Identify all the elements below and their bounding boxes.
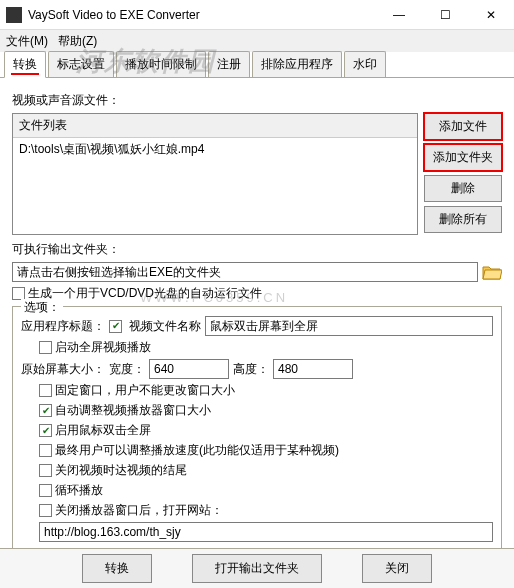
maximize-button[interactable]: ☐ [422, 0, 468, 30]
app-title-label: 应用程序标题： [21, 318, 105, 335]
tab-exclude[interactable]: 排除应用程序 [252, 51, 342, 77]
menu-file[interactable]: 文件(M) [6, 33, 48, 50]
auto-adjust-checkbox[interactable] [39, 404, 52, 417]
fixed-window-checkbox[interactable] [39, 384, 52, 397]
output-path-input[interactable] [12, 262, 478, 282]
open-url-label: 关闭播放器窗口后，打开网站： [55, 502, 223, 519]
fullscreen-label: 启动全屏视频播放 [55, 339, 151, 356]
menubar: 文件(M) 帮助(Z) [0, 30, 514, 52]
app-title-checkbox[interactable] [109, 320, 122, 333]
tab-logo[interactable]: 标志设置 [48, 51, 114, 77]
tab-convert[interactable]: 转换 [4, 51, 46, 78]
tab-register[interactable]: 注册 [208, 51, 250, 77]
filelist-header: 文件列表 [13, 114, 417, 138]
add-folder-button[interactable]: 添加文件夹 [424, 144, 502, 171]
add-file-button[interactable]: 添加文件 [424, 113, 502, 140]
open-url-checkbox[interactable] [39, 504, 52, 517]
speed-label: 最终用户可以调整播放速度(此功能仅适用于某种视频) [55, 442, 339, 459]
fixed-window-label: 固定窗口，用户不能更改窗口大小 [55, 382, 235, 399]
minimize-button[interactable]: — [376, 0, 422, 30]
width-input[interactable] [149, 359, 229, 379]
filelist-item[interactable]: D:\tools\桌面\视频\狐妖小红娘.mp4 [19, 141, 411, 158]
tab-strip: 转换 标志设置 播放时间限制 注册 排除应用程序 水印 [0, 52, 514, 78]
open-output-button[interactable]: 打开输出文件夹 [192, 554, 322, 583]
close-button[interactable]: 关闭 [362, 554, 432, 583]
fullscreen-checkbox[interactable] [39, 341, 52, 354]
speed-checkbox[interactable] [39, 444, 52, 457]
delete-all-button[interactable]: 删除所有 [424, 206, 502, 233]
dblclick-full-checkbox[interactable] [39, 424, 52, 437]
titlebar: VaySoft Video to EXE Converter — ☐ ✕ [0, 0, 514, 30]
tab-content: 视频或声音源文件： 文件列表 D:\tools\桌面\视频\狐妖小红娘.mp4 … [0, 78, 514, 562]
window-title: VaySoft Video to EXE Converter [28, 8, 376, 22]
url-input[interactable] [39, 522, 493, 542]
loop-label: 循环播放 [55, 482, 103, 499]
dblclick-full-label: 启用鼠标双击全屏 [55, 422, 151, 439]
loop-checkbox[interactable] [39, 484, 52, 497]
close-end-label: 关闭视频时达视频的结尾 [55, 462, 187, 479]
width-label: 宽度： [109, 361, 145, 378]
height-input[interactable] [273, 359, 353, 379]
source-label: 视频或声音源文件： [12, 92, 502, 109]
auto-adjust-label: 自动调整视频播放器窗口大小 [55, 402, 211, 419]
app-title-input[interactable] [205, 316, 493, 336]
app-icon [6, 7, 22, 23]
convert-button[interactable]: 转换 [82, 554, 152, 583]
footer: 转换 打开输出文件夹 关闭 [0, 548, 514, 588]
height-label: 高度： [233, 361, 269, 378]
close-end-checkbox[interactable] [39, 464, 52, 477]
delete-button[interactable]: 删除 [424, 175, 502, 202]
tab-timelimit[interactable]: 播放时间限制 [116, 51, 206, 77]
options-group: 选项： 应用程序标题： 视频文件名称 启动全屏视频播放 原始屏幕大小： 宽度： … [12, 306, 502, 554]
browse-folder-icon[interactable] [482, 263, 502, 281]
menu-help[interactable]: 帮助(Z) [58, 33, 97, 50]
output-label: 可执行输出文件夹： [12, 241, 502, 258]
tab-watermark[interactable]: 水印 [344, 51, 386, 77]
close-window-button[interactable]: ✕ [468, 0, 514, 30]
video-filename-label: 视频文件名称 [129, 318, 201, 335]
vcd-label: 生成一个用于VCD/DVD光盘的自动运行文件 [28, 285, 262, 302]
file-list[interactable]: 文件列表 D:\tools\桌面\视频\狐妖小红娘.mp4 [12, 113, 418, 235]
options-title: 选项： [21, 299, 63, 316]
orig-size-label: 原始屏幕大小： [21, 361, 105, 378]
